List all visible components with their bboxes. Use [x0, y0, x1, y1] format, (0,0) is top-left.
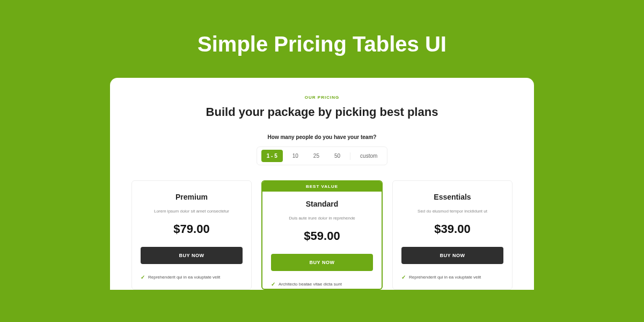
pricing-card: OUR PRICING Build your package by pickin…: [110, 78, 534, 290]
seg-option-custom[interactable]: custom: [355, 150, 383, 162]
feature-text: Reprehenderit qui in ea voluptate velit: [148, 275, 220, 280]
plan-name: Premium: [141, 193, 243, 201]
plan-feature: ✓ Reprehenderit qui in ea voluptate veli…: [141, 273, 243, 282]
plan-desc: Sed do eiusmod tempor incididunt ut: [401, 209, 503, 214]
best-value-badge: BEST VALUE: [262, 181, 382, 192]
buy-now-button[interactable]: BUY NOW: [271, 254, 373, 271]
seg-divider: [350, 152, 350, 160]
plan-feature: ✓ Reprehenderit qui in ea voluptate veli…: [401, 273, 503, 282]
eyebrow-label: OUR PRICING: [131, 95, 513, 100]
plan-name: Standard: [271, 200, 373, 208]
plan-price: $39.00: [401, 222, 503, 236]
feature-text: Reprehenderit qui in ea voluptate velit: [409, 275, 481, 280]
check-icon: ✓: [271, 281, 275, 287]
plans-row: Premium Lorem ipsum dolor sit amet conse…: [131, 180, 513, 290]
section-heading: Build your package by picking best plans: [131, 105, 513, 119]
plan-feature: ✓ Architecto beatae vitae dicta sunt: [271, 280, 373, 289]
feature-text: Architecto beatae vitae dicta sunt: [279, 282, 342, 287]
plan-standard: BEST VALUE Standard Duis aute irure dolo…: [261, 180, 383, 290]
team-size-segmented: 1 - 5 10 25 50 custom: [257, 147, 388, 165]
plan-name: Essentials: [401, 193, 503, 201]
plan-premium: Premium Lorem ipsum dolor sit amet conse…: [131, 180, 252, 290]
plan-essentials: Essentials Sed do eiusmod tempor incidid…: [392, 180, 513, 290]
seg-option-50[interactable]: 50: [329, 150, 346, 162]
plan-desc: Duis aute irure dolor in reprehende: [271, 216, 373, 221]
seg-option-25[interactable]: 25: [308, 150, 325, 162]
plan-price: $59.00: [271, 229, 373, 243]
seg-option-10[interactable]: 10: [287, 150, 304, 162]
page-title: Simple Pricing Tables UI: [0, 0, 644, 78]
plan-price: $79.00: [141, 222, 243, 236]
plan-desc: Lorem ipsum dolor sit amet consectetur: [141, 209, 243, 214]
check-icon: ✓: [141, 274, 145, 280]
team-size-question: How many people do you have your team?: [131, 134, 513, 140]
buy-now-button[interactable]: BUY NOW: [141, 247, 243, 264]
seg-option-1-5[interactable]: 1 - 5: [261, 150, 283, 162]
check-icon: ✓: [401, 274, 406, 280]
buy-now-button[interactable]: BUY NOW: [401, 247, 503, 264]
